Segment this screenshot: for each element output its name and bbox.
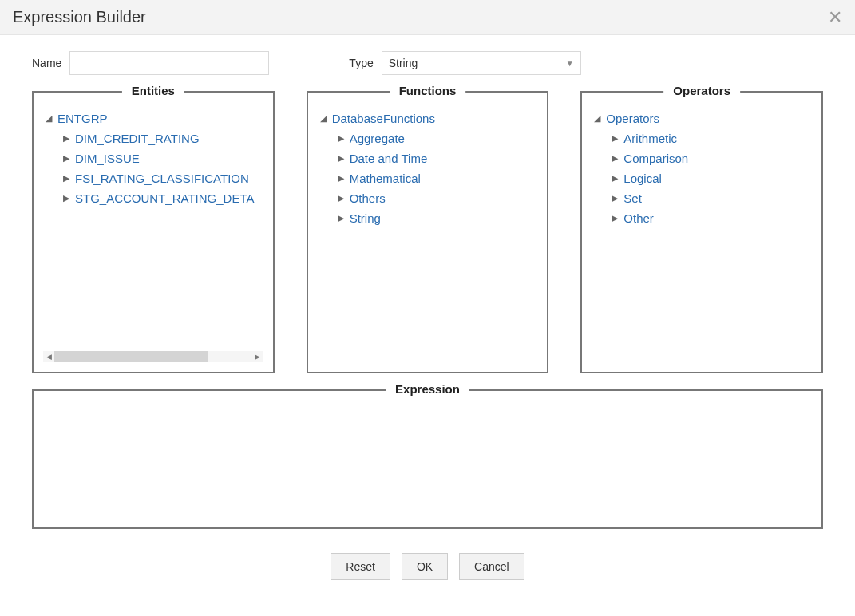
name-input[interactable] [69, 51, 269, 75]
tree-node[interactable]: ▶String [335, 208, 538, 228]
expand-icon: ▶ [61, 153, 72, 164]
entities-legend: Entities [122, 84, 184, 97]
horizontal-scrollbar[interactable]: ◀ ▶ [43, 351, 263, 362]
tree-label: Other [623, 211, 654, 225]
entities-panel: Entities ◢ ENTGRP ▶DIM_CREDIT_RATING ▶DI… [32, 91, 275, 373]
expand-icon: ▶ [61, 173, 72, 184]
operators-panel: Operators ◢ Operators ▶Arithmetic ▶Compa… [580, 91, 823, 373]
scroll-left-icon[interactable]: ◀ [43, 351, 54, 362]
collapse-icon: ◢ [318, 113, 329, 124]
tree-label: Date and Time [350, 152, 428, 165]
expand-icon: ▶ [609, 173, 620, 184]
functions-panel: Functions ◢ DatabaseFunctions ▶Aggregate… [307, 91, 549, 373]
chevron-down-icon: ▼ [566, 59, 574, 68]
expand-icon: ▶ [335, 173, 346, 184]
close-icon[interactable]: ✕ [828, 9, 842, 26]
expand-icon: ▶ [335, 133, 346, 144]
cancel-button[interactable]: Cancel [459, 553, 524, 580]
expression-legend: Expression [386, 382, 469, 396]
tree-label: Comparison [623, 152, 688, 165]
expand-icon: ▶ [609, 133, 620, 144]
type-label: Type [349, 57, 373, 69]
tree-node[interactable]: ▶DIM_ISSUE [61, 148, 263, 168]
collapse-icon: ◢ [43, 113, 54, 124]
tree-label: DIM_ISSUE [75, 152, 140, 165]
expand-icon: ▶ [609, 193, 620, 203]
tree-label: Logical [623, 172, 662, 185]
collapse-icon: ◢ [592, 113, 603, 124]
tree-node[interactable]: ▶Set [609, 188, 812, 208]
ok-button[interactable]: OK [402, 553, 448, 580]
tree-label: ENTGRP [57, 112, 108, 125]
scroll-right-icon[interactable]: ▶ [252, 351, 263, 362]
expression-content[interactable] [43, 407, 812, 518]
tree-label: Others [350, 192, 386, 205]
tree-label: Aggregate [350, 132, 405, 145]
expand-icon: ▶ [335, 213, 346, 223]
expand-icon: ▶ [61, 193, 72, 203]
scroll-track[interactable] [54, 351, 252, 362]
expand-icon: ▶ [61, 133, 72, 144]
tree-node[interactable]: ▶STG_ACCOUNT_RATING_DETA [61, 188, 263, 208]
reset-button[interactable]: Reset [331, 553, 390, 580]
tree-node[interactable]: ▶DIM_CREDIT_RATING [61, 128, 263, 148]
expand-icon: ▶ [609, 213, 620, 223]
expand-icon: ▶ [609, 153, 620, 164]
tree-label: STG_ACCOUNT_RATING_DETA [75, 192, 254, 205]
name-label: Name [32, 57, 61, 69]
tree-node[interactable]: ▶Aggregate [335, 128, 538, 148]
functions-legend: Functions [390, 84, 466, 97]
type-select-value: String [389, 57, 418, 69]
tree-node[interactable]: ▶Mathematical [335, 168, 538, 188]
tree-label: DIM_CREDIT_RATING [75, 132, 200, 145]
tree-node[interactable]: ▶Other [609, 208, 812, 228]
tree-node[interactable]: ▶Comparison [609, 148, 812, 168]
tree-node-entgrp[interactable]: ◢ ENTGRP [43, 109, 263, 128]
expand-icon: ▶ [335, 193, 346, 203]
tree-node-operators[interactable]: ◢ Operators [592, 109, 812, 128]
scroll-thumb[interactable] [54, 351, 208, 362]
tree-label: Set [623, 192, 642, 205]
tree-node[interactable]: ▶Logical [609, 168, 812, 188]
tree-label: DatabaseFunctions [332, 112, 435, 125]
tree-label: Arithmetic [623, 132, 677, 145]
expand-icon: ▶ [335, 153, 346, 164]
page-title: Expression Builder [13, 8, 146, 26]
tree-label: Operators [606, 112, 659, 125]
operators-legend: Operators [663, 84, 740, 97]
expression-panel: Expression [32, 389, 823, 529]
tree-node[interactable]: ▶Date and Time [335, 148, 538, 168]
tree-node-dbfunctions[interactable]: ◢ DatabaseFunctions [318, 109, 538, 128]
type-select[interactable]: String ▼ [382, 51, 581, 75]
tree-label: FSI_RATING_CLASSIFICATION [75, 172, 249, 185]
tree-label: Mathematical [350, 172, 421, 185]
tree-node[interactable]: ▶FSI_RATING_CLASSIFICATION [61, 168, 263, 188]
tree-node[interactable]: ▶Arithmetic [609, 128, 812, 148]
tree-label: String [350, 211, 381, 225]
tree-node[interactable]: ▶Others [335, 188, 538, 208]
